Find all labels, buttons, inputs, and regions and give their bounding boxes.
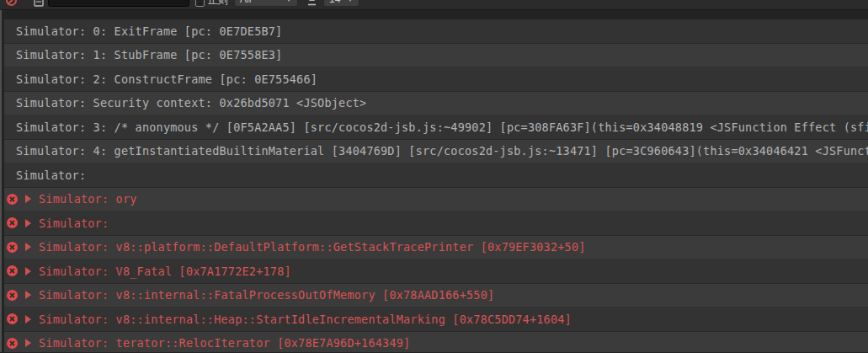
chevron-down-icon: ▼ (347, 0, 354, 3)
error-log-row[interactable]: Simulator: v8::internal::Heap::StartIdle… (4, 308, 868, 332)
log-text: Simulator: v8::internal::FatalProcessOut… (39, 288, 494, 302)
regex-checkbox[interactable] (195, 0, 205, 7)
log-text: Simulator: 4: getInstantiatedBuiltinMate… (4, 144, 868, 158)
log-text: Simulator: 0: ExitFrame [pc: 0E7DE5B7] (4, 24, 282, 38)
ban-icon (6, 0, 17, 6)
expand-arrow-icon[interactable] (25, 339, 31, 347)
expand-arrow-icon[interactable] (25, 291, 31, 299)
expand-arrow-icon[interactable] (25, 243, 31, 251)
error-circle-x-icon (7, 313, 18, 324)
scroll-to-top-button[interactable] (306, 0, 318, 7)
console-panel: 正则 All ▼ 14 ▼ Simulator: 0: ExitFrame [p… (0, 0, 868, 352)
error-log-row[interactable]: Simulator: (4, 211, 868, 236)
log-text: Simulator: 2: ConstructFrame [pc: 0E7554… (4, 72, 317, 86)
chevron-down-icon: ▼ (285, 0, 292, 3)
log-text: Simulator: 1: StubFrame [pc: 0E7558E3] (4, 48, 282, 62)
log-row[interactable]: Simulator: 2: ConstructFrame [pc: 0E7554… (4, 67, 868, 92)
log-level-filter-value: All (240, 0, 251, 5)
log-level-filter-dropdown[interactable]: All ▼ (234, 0, 298, 7)
log-text: Simulator: V8_Fatal [0x7A1772E2+178] (39, 265, 291, 278)
log-text: Simulator: 3: /* anonymous */ [0F5A2AA5]… (4, 120, 868, 134)
log-text: Simulator: ory (39, 192, 137, 206)
log-row[interactable]: Simulator: (4, 163, 868, 188)
log-text: Simulator: v8::internal::Heap::StartIdle… (39, 313, 572, 326)
error-circle-x-icon (7, 265, 18, 276)
error-log-row[interactable]: Simulator: terator::RelocIterator [0x78E… (4, 332, 868, 353)
font-size-dropdown[interactable]: 14 ▼ (323, 0, 359, 7)
expand-arrow-icon[interactable] (25, 315, 31, 324)
clear-console-button[interactable] (5, 0, 18, 7)
error-log-row[interactable]: Simulator: ory (4, 188, 868, 212)
search-input[interactable] (48, 0, 189, 7)
log-text: Simulator: v8::platform::DefaultPlatform… (39, 240, 586, 254)
log-text: Simulator: (4, 168, 86, 182)
log-row[interactable]: Simulator: 4: getInstantiatedBuiltinMate… (4, 140, 868, 164)
expand-arrow-icon[interactable] (25, 195, 31, 203)
open-log-file-button[interactable] (32, 0, 45, 7)
log-row[interactable]: Simulator: 0: ExitFrame [pc: 0E7DE5B7] (4, 19, 868, 44)
log-row[interactable]: Simulator: Security context: 0x26bd5071 … (4, 92, 868, 116)
log-list: Simulator: 0: ExitFrame [pc: 0E7DE5B7]Si… (0, 10, 868, 352)
error-log-row[interactable]: Simulator: V8_Fatal [0x7A1772E2+178] (4, 259, 868, 284)
error-circle-x-icon (7, 194, 18, 205)
expand-arrow-icon[interactable] (25, 267, 31, 275)
regex-checkbox-label: 正则 (208, 0, 228, 8)
arrow-up-to-line-icon (306, 0, 317, 6)
log-file-icon (34, 0, 44, 7)
error-circle-x-icon (7, 217, 18, 228)
error-circle-x-icon (7, 242, 18, 253)
error-circle-x-icon (7, 338, 18, 349)
log-text: Simulator: Security context: 0x26bd5071 … (4, 96, 366, 110)
console-toolbar: 正则 All ▼ 14 ▼ (0, 0, 868, 10)
error-circle-x-icon (7, 290, 18, 301)
log-text: Simulator: (39, 217, 109, 230)
log-row[interactable]: Simulator: 1: StubFrame [pc: 0E7558E3] (4, 44, 868, 68)
error-log-row[interactable]: Simulator: v8::internal::FatalProcessOut… (4, 284, 868, 308)
expand-arrow-icon[interactable] (25, 219, 31, 227)
error-log-row[interactable]: Simulator: v8::platform::DefaultPlatform… (4, 236, 868, 260)
font-size-value: 14 (329, 0, 340, 5)
log-text: Simulator: terator::RelocIterator [0x78E… (39, 336, 410, 350)
log-row[interactable]: Simulator: 3: /* anonymous */ [0F5A2AA5]… (4, 115, 868, 140)
